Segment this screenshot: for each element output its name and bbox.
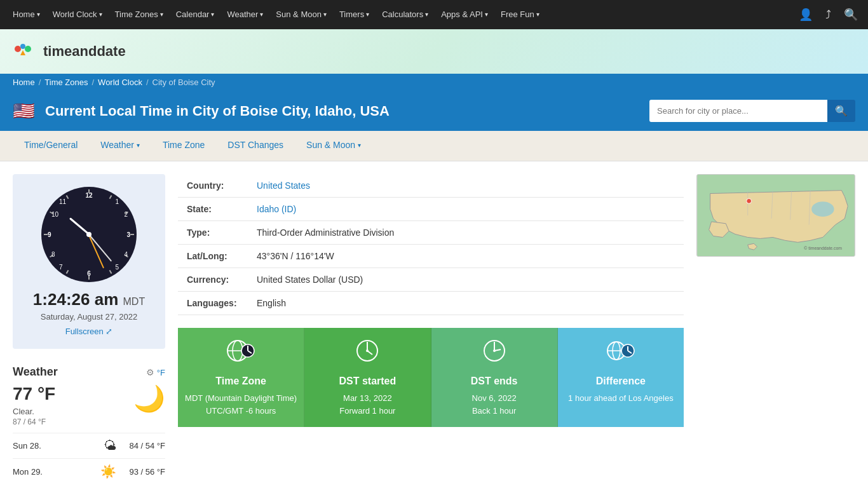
weather-range: 87 / 64 °F xyxy=(13,417,55,426)
info-label-country: Country: xyxy=(178,174,248,198)
timezone-stat-desc: MDT (Mountain Daylight Time)UTC/GMT -6 h… xyxy=(185,392,297,417)
info-row-latlong: Lat/Long: 43°36'N / 116°14'W xyxy=(178,245,684,268)
forecast-day-2: Mon 29. xyxy=(13,467,48,477)
info-label-state: State: xyxy=(178,198,248,221)
breadcrumb-sep-2: / xyxy=(92,78,94,87)
breadcrumb-time-zones[interactable]: Time Zones xyxy=(44,78,88,87)
logo-icon xyxy=(13,44,33,59)
info-value-type: Third-Order Administrative Division xyxy=(248,221,684,245)
page-title: Current Local Time in City of Boise City… xyxy=(45,103,390,119)
tab-time-zone[interactable]: Time Zone xyxy=(151,131,216,161)
account-icon[interactable]: 👤 xyxy=(795,5,817,24)
forecast-icon-1: 🌤 xyxy=(104,438,116,453)
difference-title: Difference xyxy=(596,376,646,387)
info-value-currency: United States Dollar (USD) xyxy=(248,268,684,292)
info-value-latlong: 43°36'N / 116°14'W xyxy=(248,245,684,268)
breadcrumb-world-clock[interactable]: World Clock xyxy=(98,78,142,87)
svg-line-17 xyxy=(494,349,501,351)
svg-marker-3 xyxy=(20,50,25,55)
stat-timezone[interactable]: Time Zone MDT (Mountain Daylight Time)UT… xyxy=(178,328,304,427)
tab-dst-changes[interactable]: DST Changes xyxy=(216,131,295,161)
info-panel: Country: United States State: Idaho (ID)… xyxy=(178,174,684,488)
nav-calendar[interactable]: Calendar ▾ xyxy=(170,0,221,29)
map-panel: © timeanddate.com xyxy=(696,174,855,488)
search-input[interactable] xyxy=(649,100,827,122)
state-link[interactable]: Idaho (ID) xyxy=(257,204,296,214)
info-table: Country: United States State: Idaho (ID)… xyxy=(178,174,684,315)
nav-world-clock[interactable]: World Clock ▾ xyxy=(46,0,109,29)
weather-unit[interactable]: °F xyxy=(157,368,165,377)
weather-description: Clear. xyxy=(13,407,55,416)
difference-desc: 1 hour ahead of Los Angeles xyxy=(568,392,674,405)
search-button[interactable]: 🔍 xyxy=(827,100,855,122)
info-value-country: United States xyxy=(248,174,684,198)
tab-time-general[interactable]: Time/General xyxy=(13,131,89,161)
info-row-state: State: Idaho (ID) xyxy=(178,198,684,221)
breadcrumb-sep-3: / xyxy=(146,78,149,87)
logo-bar: timeanddate xyxy=(0,29,868,74)
info-row-languages: Languages: English xyxy=(178,292,684,315)
nav-icons: 👤 ⤴ 🔍 xyxy=(795,5,862,24)
forecast-temps-1: 84 / 54 °F xyxy=(129,441,165,451)
flag-icon: 🇺🇸 xyxy=(13,100,35,121)
tab-weather[interactable]: Weather ▾ xyxy=(89,131,151,161)
weather-title: Weather xyxy=(13,365,58,379)
difference-icon xyxy=(605,338,637,369)
svg-point-0 xyxy=(15,46,21,52)
nav-free-fun[interactable]: Free Fun ▾ xyxy=(494,0,546,29)
info-row-currency: Currency: United States Dollar (USD) xyxy=(178,268,684,292)
breadcrumb-current: City of Boise City xyxy=(153,78,215,87)
dst-ends-title: DST ends xyxy=(471,376,518,387)
timezone-stat-title: Time Zone xyxy=(215,376,266,387)
nav-sun-moon[interactable]: Sun & Moon ▾ xyxy=(269,0,333,29)
dst-started-title: DST started xyxy=(339,376,396,387)
info-row-country: Country: United States xyxy=(178,174,684,198)
forecast-day-1: Sun 28. xyxy=(13,441,48,451)
stat-difference[interactable]: Difference 1 hour ahead of Los Angeles xyxy=(558,328,684,427)
weather-settings-icon[interactable]: ⚙ xyxy=(146,367,154,377)
breadcrumb-home[interactable]: Home xyxy=(13,78,35,87)
nav-time-zones[interactable]: Time Zones ▾ xyxy=(109,0,170,29)
left-panel: 12 3 6 9 1 11 2 10 4 8 5 7 1:24:26 am MD… xyxy=(13,174,165,488)
analog-clock: 12 3 6 9 1 11 2 10 4 8 5 7 xyxy=(41,187,137,282)
info-row-type: Type: Third-Order Administrative Divisio… xyxy=(178,221,684,245)
breadcrumb: Home / Time Zones / World Clock / City o… xyxy=(0,74,868,91)
timezone-label: MDT xyxy=(123,296,146,307)
nav-calculators[interactable]: Calculators ▾ xyxy=(376,0,435,29)
nav-weather[interactable]: Weather ▾ xyxy=(220,0,269,29)
usa-map[interactable]: © timeanddate.com xyxy=(696,174,855,257)
svg-point-2 xyxy=(25,46,31,52)
info-label-latlong: Lat/Long: xyxy=(178,245,248,268)
dst-ends-icon xyxy=(482,338,507,369)
country-link[interactable]: United States xyxy=(257,180,310,191)
forecast-temps-2: 93 / 56 °F xyxy=(129,467,165,477)
info-value-languages: English xyxy=(248,292,684,315)
search-icon[interactable]: 🔍 xyxy=(840,5,862,24)
stat-dst-ends[interactable]: DST ends Nov 6, 2022Back 1 hour xyxy=(431,328,558,427)
digital-time: 1:24:26 am MDT xyxy=(33,290,145,309)
top-navigation: Home ▾ World Clock ▾ Time Zones ▾ Calend… xyxy=(0,0,868,29)
tab-sun-moon[interactable]: Sun & Moon ▾ xyxy=(295,131,372,161)
digital-date: Saturday, August 27, 2022 xyxy=(41,312,137,322)
logo-text: timeanddate xyxy=(43,43,126,60)
weather-card: Weather ⚙ °F 77 °F Clear. 87 / 64 °F 🌙 S… xyxy=(13,359,165,488)
share-icon[interactable]: ⤴ xyxy=(822,6,835,24)
info-label-currency: Currency: xyxy=(178,268,248,292)
nav-timers[interactable]: Timers ▾ xyxy=(333,0,376,29)
dst-started-icon xyxy=(355,338,380,369)
nav-apps-api[interactable]: Apps & API ▾ xyxy=(435,0,494,29)
timezone-icon xyxy=(225,338,257,369)
main-content: 12 3 6 9 1 11 2 10 4 8 5 7 1:24:26 am MD… xyxy=(0,161,868,488)
weather-header: Weather ⚙ °F xyxy=(13,365,165,379)
svg-line-13 xyxy=(367,351,372,355)
stats-cards: Time Zone MDT (Mountain Daylight Time)UT… xyxy=(178,328,684,427)
svg-point-29 xyxy=(747,198,752,203)
info-label-languages: Languages: xyxy=(178,292,248,315)
nav-home[interactable]: Home ▾ xyxy=(6,0,46,29)
fullscreen-link[interactable]: Fullscreen ⤢ xyxy=(65,327,113,336)
sub-navigation: Time/General Weather ▾ Time Zone DST Cha… xyxy=(0,131,868,161)
weather-temperature: 77 °F xyxy=(13,384,55,404)
stat-dst-started[interactable]: DST started Mar 13, 2022Forward 1 hour xyxy=(304,328,431,427)
minute-hand xyxy=(88,234,112,261)
dst-ends-desc: Nov 6, 2022Back 1 hour xyxy=(472,392,517,417)
